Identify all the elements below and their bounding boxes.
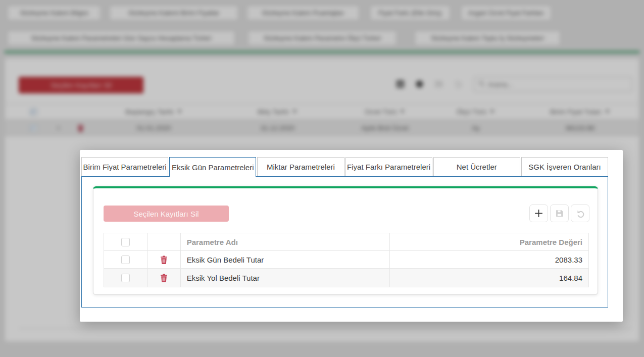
undo-icon: [576, 209, 585, 218]
delete-selected-button[interactable]: Seçilen Kayıtları Sil: [104, 206, 229, 222]
header-parametre-degeri: Parametre Değeri: [390, 233, 588, 250]
tab-miktar-parametreleri[interactable]: Miktar Parametreleri: [257, 157, 344, 176]
parameters-modal: Birim Fiyat Parametreleri Eksik Gün Para…: [80, 150, 623, 322]
undo-button[interactable]: [571, 205, 589, 222]
modal-tabs: Birim Fiyat Parametreleri Eksik Gün Para…: [81, 157, 608, 176]
modal-tabstrip: Birim Fiyat Parametreleri Eksik Gün Para…: [81, 157, 608, 308]
table-row: Eksik Yol Bedeli Tutar 164.84: [104, 269, 588, 287]
card-toolbar: [529, 205, 589, 222]
header-checkbox-cell: [104, 233, 148, 250]
cell-parameter-name: Eksik Yol Bedeli Tutar: [181, 269, 390, 287]
select-all-checkbox[interactable]: [121, 238, 130, 246]
tab-fiyat-farki-parametreleri[interactable]: Fiyat Farkı Parametreleri: [345, 157, 432, 176]
screen: Sözleşme Kalem Bilgisi Sözleşme Kalemi B…: [0, 0, 644, 357]
cell-parameter-name: Eksik Gün Bedeli Tutar: [181, 251, 390, 268]
row-checkbox-cell: [104, 251, 148, 268]
tab-birim-fiyat-parametreleri[interactable]: Birim Fiyat Parametreleri: [81, 157, 168, 176]
trash-icon[interactable]: [160, 274, 168, 282]
header-parametre-adi: Parametre Adı: [181, 233, 390, 250]
row-trash-cell: [148, 269, 181, 287]
tab-net-ucretler[interactable]: Net Ücretler: [433, 157, 520, 176]
tab-sgk-isveren-oranlari[interactable]: SGK İşveren Oranları: [521, 157, 608, 176]
add-row-button[interactable]: [529, 205, 548, 222]
trash-icon[interactable]: [160, 256, 168, 264]
save-icon: [555, 209, 564, 218]
add-icon: [534, 209, 543, 218]
cell-parameter-value: 164.84: [390, 269, 588, 287]
tab-panel-eksik-gun: Seçilen Kayıtları Sil: [81, 176, 608, 308]
tab-eksik-gun-parametreleri[interactable]: Eksik Gün Parametreleri: [169, 157, 256, 177]
row-checkbox[interactable]: [121, 274, 130, 282]
row-checkbox-cell: [104, 269, 148, 287]
table-row: Eksik Gün Bedeli Tutar 2083.33: [104, 251, 588, 269]
header-trash-cell: [148, 233, 181, 250]
row-trash-cell: [148, 251, 181, 268]
parameters-card: Seçilen Kayıtları Sil: [93, 186, 598, 295]
save-button[interactable]: [550, 205, 569, 222]
cell-parameter-value: 2083.33: [390, 251, 588, 268]
row-checkbox[interactable]: [121, 256, 130, 264]
parameters-table: Parametre Adı Parametre Değeri Eksik Gün…: [104, 233, 589, 287]
parameters-table-header: Parametre Adı Parametre Değeri: [104, 233, 588, 251]
